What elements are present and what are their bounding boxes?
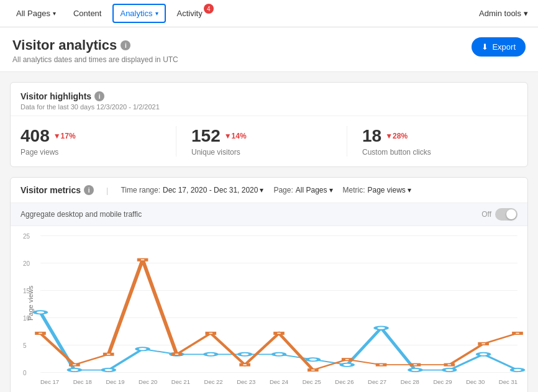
chevron-down-icon: ▾ (524, 9, 528, 18)
nav-content-label: Content (73, 9, 102, 18)
nav-all-pages[interactable]: All Pages ▾ (10, 5, 62, 22)
highlight-label: Page views (21, 148, 161, 157)
svg-point-13 (478, 353, 489, 356)
highlight-change: ▼28% (385, 132, 408, 140)
x-label: Dec 23 (237, 378, 255, 385)
y-label: 20 (23, 260, 30, 267)
svg-rect-25 (378, 364, 385, 366)
svg-rect-29 (514, 332, 521, 334)
highlight-unique-visitors: 152 ▼14% Unique visitors (191, 126, 347, 157)
x-label: Dec 19 (106, 378, 124, 385)
svg-rect-15 (37, 332, 44, 334)
metrics-header: Visitor metrics i | Time range: Dec 17, … (11, 178, 527, 203)
chevron-down-icon: ▾ (260, 186, 263, 194)
x-label: Dec 22 (204, 378, 223, 385)
nav-activity[interactable]: Activity 4 (171, 5, 211, 22)
chevron-down-icon: ▾ (53, 10, 56, 17)
metric-filter: Metric: Page views ▾ (343, 186, 411, 194)
top-navigation: All Pages ▾ Content Analytics ▾ Activity… (0, 0, 538, 27)
svg-rect-20 (207, 332, 215, 334)
page-title: Visitor analytics i (12, 37, 178, 53)
svg-point-8 (308, 358, 319, 361)
x-label: Dec 31 (499, 378, 517, 385)
aggregate-label: Aggregate desktop and mobile traffic (21, 210, 142, 219)
svg-rect-23 (309, 369, 317, 371)
page-filter: Page: All Pages ▾ (273, 186, 332, 194)
highlight-page-views: 408 ▼17% Page views (21, 126, 176, 157)
download-icon: ⬇ (481, 42, 488, 52)
highlights-card: Visitor highlights i Data for the last 3… (10, 82, 528, 167)
svg-point-9 (341, 363, 352, 367)
chevron-down-icon: ▾ (155, 10, 158, 17)
metric-select[interactable]: Page views ▾ (368, 186, 411, 194)
svg-rect-24 (344, 358, 351, 360)
highlight-change: ▼14% (224, 132, 247, 140)
svg-rect-18 (139, 259, 147, 261)
highlights-title: Visitor highlights i (21, 91, 517, 101)
highlight-value: 18 ▼28% (362, 126, 503, 146)
x-label: Dec 26 (335, 378, 353, 385)
time-range-select[interactable]: Dec 17, 2020 - Dec 31, 2020 ▾ (163, 186, 263, 194)
chart-svg (40, 236, 517, 373)
chart-container: Page views 25 20 15 10 (21, 236, 517, 392)
aggregate-toggle[interactable] (495, 208, 517, 221)
nav-content[interactable]: Content (67, 5, 108, 22)
y-label: 15 (23, 288, 30, 294)
activity-badge: 4 (204, 4, 214, 14)
svg-rect-16 (71, 364, 78, 366)
toggle-label: Off (481, 210, 491, 219)
svg-rect-26 (412, 364, 419, 366)
svg-point-6 (239, 353, 250, 356)
x-label: Dec 21 (171, 378, 190, 385)
svg-rect-17 (105, 353, 112, 355)
x-label: Dec 28 (401, 378, 419, 385)
svg-point-14 (512, 368, 523, 371)
x-label: Dec 17 (40, 378, 59, 385)
svg-rect-28 (480, 343, 487, 345)
separator: | (106, 186, 108, 195)
svg-point-10 (375, 326, 386, 329)
x-label: Dec 27 (368, 378, 386, 385)
nav-left: All Pages ▾ Content Analytics ▾ Activity… (10, 4, 211, 23)
admin-tools[interactable]: Admin tools ▾ (479, 9, 528, 18)
chevron-down-icon: ▾ (329, 186, 333, 194)
svg-point-2 (103, 368, 114, 371)
highlights-body: 408 ▼17% Page views 152 ▼14% Unique visi… (11, 116, 527, 166)
nav-analytics[interactable]: Analytics ▾ (112, 4, 165, 23)
y-label: 25 (23, 233, 30, 240)
y-label: 10 (23, 315, 30, 322)
page-select[interactable]: All Pages ▾ (296, 186, 333, 194)
highlight-label: Custom button clicks (362, 148, 503, 157)
y-label: 5 (23, 342, 27, 349)
svg-point-12 (444, 368, 455, 371)
svg-rect-27 (446, 364, 454, 366)
x-label: Dec 18 (73, 378, 92, 385)
info-icon[interactable]: i (121, 40, 130, 50)
page-subtitle: All analytics dates and times are displa… (12, 55, 178, 64)
svg-rect-22 (275, 332, 283, 334)
time-range-filter: Time range: Dec 17, 2020 - Dec 31, 2020 … (121, 186, 263, 194)
metrics-card: Visitor metrics i | Time range: Dec 17, … (10, 177, 528, 392)
nav-all-pages-label: All Pages (16, 9, 50, 18)
x-label: Dec 24 (270, 378, 288, 385)
svg-rect-21 (241, 364, 248, 366)
highlight-change: ▼17% (53, 132, 76, 140)
page-header: Visitor analytics i All analytics dates … (0, 27, 538, 72)
y-label: 0 (23, 370, 27, 376)
info-icon[interactable]: i (84, 185, 94, 195)
chart-area: Page views 25 20 15 10 (11, 226, 527, 392)
info-icon[interactable]: i (94, 91, 104, 101)
toggle-knob (506, 209, 516, 219)
highlights-subtitle: Data for the last 30 days 12/3/2020 - 1/… (21, 103, 517, 111)
svg-rect-19 (173, 353, 181, 355)
svg-point-0 (35, 311, 46, 314)
x-label: Dec 25 (303, 378, 321, 385)
svg-point-3 (137, 347, 148, 350)
export-button[interactable]: ⬇ Export (472, 37, 526, 57)
x-label: Dec 30 (466, 378, 485, 385)
main-content: Visitor highlights i Data for the last 3… (0, 72, 538, 392)
highlights-header: Visitor highlights i Data for the last 3… (11, 83, 527, 116)
nav-activity-label: Activity (177, 9, 203, 18)
svg-point-7 (273, 353, 285, 356)
admin-tools-label: Admin tools (479, 9, 521, 18)
